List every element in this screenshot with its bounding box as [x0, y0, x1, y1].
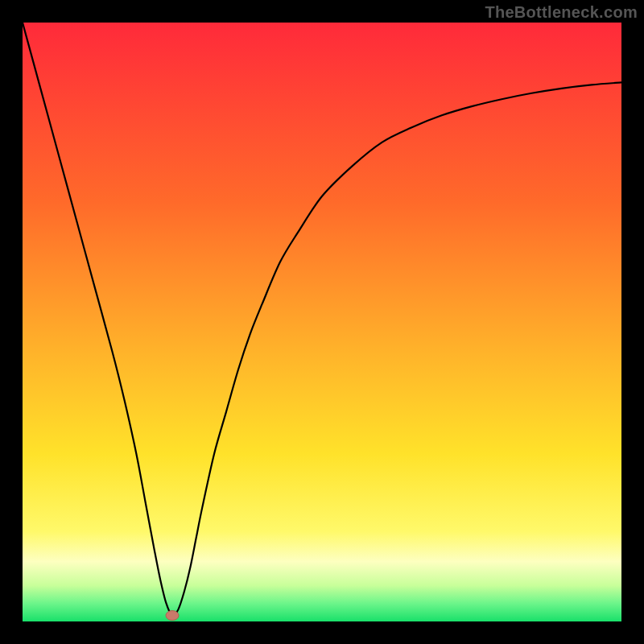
- minimum-marker: [166, 611, 179, 621]
- gradient-background: [23, 23, 621, 621]
- chart-frame: TheBottleneck.com: [0, 0, 644, 644]
- plot-svg: [23, 23, 621, 621]
- watermark-label: TheBottleneck.com: [485, 3, 638, 22]
- plot-area: [23, 23, 621, 621]
